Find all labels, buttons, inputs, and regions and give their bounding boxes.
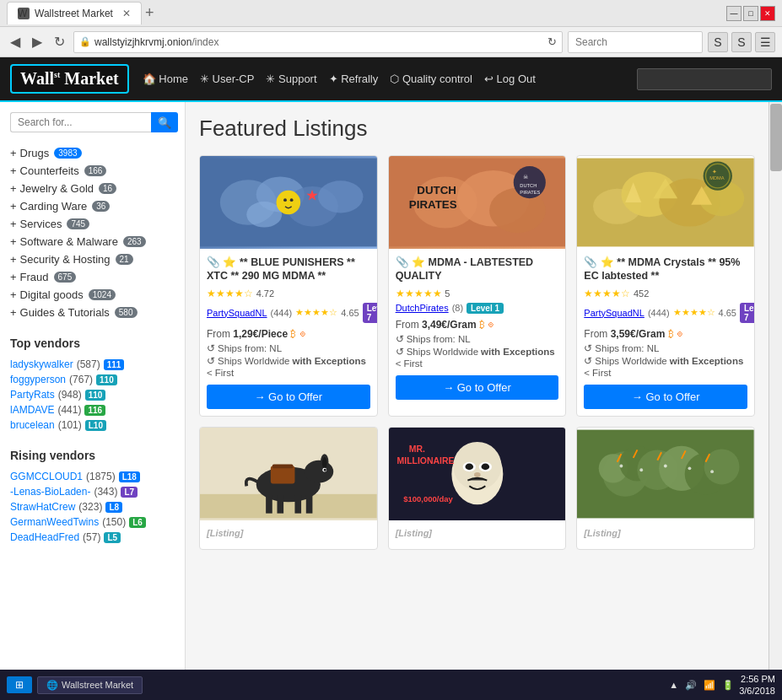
svg-point-37 <box>322 456 327 467</box>
cat-link-services[interactable]: + Services 745 <box>10 218 175 230</box>
svg-point-5 <box>246 202 282 227</box>
cat-plus-icon: + <box>10 253 17 266</box>
cat-link-carding[interactable]: + Carding Ware 36 <box>10 200 175 213</box>
top-vendors-title: Top vendors <box>10 337 175 350</box>
goto-button-1[interactable]: → Go to Offer <box>207 385 370 409</box>
price-value-1: 1,29€/Piece <box>233 328 288 340</box>
vendor-link-lenas[interactable]: -Lenas-BioLaden- <box>10 486 90 498</box>
listing-svg-1: ★ <box>200 156 377 249</box>
cat-link-counterfeits[interactable]: + Counterfeits 166 <box>10 164 175 177</box>
listing-rating-3: ★★★★☆ 452 <box>584 287 747 299</box>
nav-logout[interactable]: ↩ Log Out <box>484 73 536 85</box>
vendor-link-strawhat[interactable]: StrawHatCrew <box>10 501 75 513</box>
listing-image-6 <box>577 428 754 520</box>
sidebar-search-button[interactable]: 🔍 <box>151 112 178 132</box>
goto-button-3[interactable]: → Go to Offer <box>584 385 747 409</box>
vendor-link-foggyperson[interactable]: foggyperson <box>10 374 66 385</box>
address-bar[interactable]: 🔒 wallstyizjhkrvmj.onion/index ↻ <box>73 31 563 53</box>
vendor-link-brucelean[interactable]: brucelean <box>10 419 55 431</box>
taskbar-start-button[interactable]: ⊞ <box>7 676 32 692</box>
vendor-link-1[interactable]: PartySquadNL <box>207 308 267 318</box>
forward-button[interactable]: ▶ <box>29 32 46 51</box>
vendor-link-germanweed[interactable]: GermanWeedTwins <box>10 516 99 528</box>
url-refresh-button[interactable]: ↻ <box>547 35 557 48</box>
scrollbar-thumb[interactable] <box>770 104 782 171</box>
cat-link-digital[interactable]: + Digital goods 1024 <box>10 288 175 301</box>
cat-plus-icon: + <box>10 288 17 301</box>
nav-refrally[interactable]: ✦ Refrally <box>329 73 379 85</box>
browser-tab[interactable]: W Wallstreet Market ✕ <box>7 2 142 24</box>
level-badge: L8 <box>105 502 122 513</box>
level-badge: L5 <box>104 532 121 543</box>
vendor-link-ladyskywalker[interactable]: ladyskywalker <box>10 358 73 370</box>
vendor-link-ggmc[interactable]: GGMCCLOUD1 <box>10 471 83 482</box>
url-domain: wallstyizjhkrvmj.onion <box>94 36 191 48</box>
browser-search-input[interactable] <box>568 31 703 53</box>
cat-item-guides[interactable]: + Guides & Tutorials 580 <box>10 304 175 321</box>
cat-item-jewelry[interactable]: + Jewelry & Gold 16 <box>10 180 175 197</box>
cat-link-software[interactable]: + Software & Malware 263 <box>10 235 175 248</box>
refresh-button[interactable]: ↻ <box>51 32 68 51</box>
extension-icon-2[interactable]: S <box>731 32 752 52</box>
vendor-item: ladyskywalker (587) 111 <box>10 357 175 372</box>
vendor-stars-1: ★★★★☆ <box>295 307 337 318</box>
taskbar-app-label: Wallstreet Market <box>62 680 133 690</box>
ships-worldwide-1: ↺ Ships Worldwide with Exceptions <box>207 355 370 367</box>
tab-close-icon[interactable]: ✕ <box>122 8 131 19</box>
vendor-item: foggyperson (767) 110 <box>10 372 175 387</box>
vendor-item: GGMCCLOUD1 (1875) L18 <box>10 469 175 484</box>
systray-icon-1: ▲ <box>669 680 678 690</box>
nav-support[interactable]: ✳ Support <box>266 73 316 85</box>
vendor-score-3: 4.65 <box>719 308 736 318</box>
cat-item-software[interactable]: + Software & Malware 263 <box>10 233 175 250</box>
cat-label: Fraud <box>20 271 49 283</box>
svg-rect-42 <box>294 495 301 513</box>
main-layout: 🔍 + Drugs 3983 + Counterfeits 166 <box>0 102 782 692</box>
minimize-button[interactable]: — <box>726 6 742 21</box>
cat-link-jewelry[interactable]: + Jewelry & Gold 16 <box>10 182 175 195</box>
scrollbar-track[interactable] <box>769 102 782 692</box>
cat-plus-icon: + <box>10 235 17 248</box>
listing-rating-2: ★★★★★ 5 <box>396 287 559 299</box>
svg-text:MR.: MR. <box>408 444 424 454</box>
cat-item-counterfeits[interactable]: + Counterfeits 166 <box>10 162 175 180</box>
cat-link-drugs[interactable]: + Drugs 3983 <box>10 147 175 159</box>
cat-link-security[interactable]: + Security & Hosting 21 <box>10 253 175 266</box>
nav-quality[interactable]: ⬡ Quality control <box>390 73 472 85</box>
vendor-link-2[interactable]: DutchPirates <box>396 303 449 313</box>
new-tab-button[interactable]: + <box>145 4 154 22</box>
cat-item-carding[interactable]: + Carding Ware 36 <box>10 197 175 215</box>
cat-item-fraud[interactable]: + Fraud 675 <box>10 268 175 286</box>
nav-home[interactable]: 🏠 Home <box>143 73 188 85</box>
cat-item-security[interactable]: + Security & Hosting 21 <box>10 250 175 268</box>
listing-image-4 <box>200 428 377 520</box>
vendor-count: (441) <box>57 404 81 416</box>
sidebar-search-input[interactable] <box>10 112 151 132</box>
cat-item-digital[interactable]: + Digital goods 1024 <box>10 286 175 304</box>
listing-body-1: 📎 ⭐ ** BLUE PUNISHERS ** XTC ** 290 MG M… <box>200 249 377 416</box>
menu-icon[interactable]: ☰ <box>755 32 775 52</box>
listing-card-1: ★ 📎 ⭐ ** BLUE PUNISHERS ** XTC ** 290 MG… <box>199 155 378 417</box>
cat-item-services[interactable]: + Services 745 <box>10 215 175 233</box>
cat-link-fraud[interactable]: + Fraud 675 <box>10 271 175 283</box>
cat-label: Security & Hosting <box>20 253 111 266</box>
vendor-link-deadhead[interactable]: DeadHeadFred <box>10 531 79 543</box>
svg-text:✦: ✦ <box>712 169 717 175</box>
goto-button-2[interactable]: → Go to Offer <box>396 375 559 400</box>
extension-icon-1[interactable]: S <box>708 32 728 52</box>
back-button[interactable]: ◀ <box>7 32 24 51</box>
vendor-link-3[interactable]: PartySquadNL <box>584 308 644 318</box>
vendor-score-1: 4.65 <box>341 308 359 318</box>
nav-search-input[interactable] <box>637 68 772 90</box>
vendor-link-partyrats[interactable]: PartyRats <box>10 389 55 401</box>
nav-user-cp[interactable]: ✳ User-CP <box>200 73 254 85</box>
rating-value-1: 4.72 <box>256 288 274 299</box>
taskbar-app-browser[interactable]: 🌐 Wallstreet Market <box>37 676 143 693</box>
level-badge: L18 <box>119 471 140 482</box>
listing-svg-4 <box>200 428 377 520</box>
maximize-button[interactable]: □ <box>743 6 758 21</box>
cat-item-drugs[interactable]: + Drugs 3983 <box>10 144 175 162</box>
vendor-link-iamdave[interactable]: lAMDAVE <box>10 404 54 416</box>
close-button[interactable]: ✕ <box>760 6 775 21</box>
cat-link-guides[interactable]: + Guides & Tutorials 580 <box>10 306 175 319</box>
